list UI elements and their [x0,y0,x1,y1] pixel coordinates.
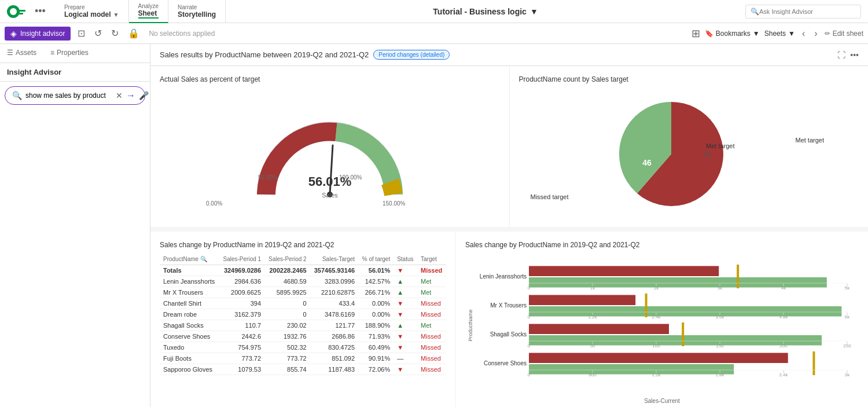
svg-text:2.4k: 2.4k [779,372,788,377]
svg-rect-64 [529,353,788,364]
svg-text:3k: 3k [845,372,850,377]
row-arrow: ▲ [393,287,417,298]
nav-right-icon[interactable]: › [812,27,819,40]
top-search-box[interactable]: 🔍 [745,5,861,19]
svg-rect-32 [645,294,648,317]
totals-pct: 56.01% [358,265,393,276]
top-search-input[interactable] [759,8,852,15]
table-row[interactable]: Tuxedo 754.975 502.32 830.4725 60.49% ▼ … [160,342,446,353]
col-status: Status [393,254,417,265]
row-name: Conserve Shoes [160,331,219,342]
table-row[interactable]: Dream robe 3162.379 0 3478.6169 0.00% ▼ … [160,309,446,320]
row-p2: 230.02 [264,320,310,331]
insight-search-bar[interactable]: 🔍 ✕ → 🎤 [5,86,145,105]
table-row[interactable]: Fuji Boots 773.72 773.72 851.092 90.91% … [160,353,446,364]
toolbar-right: ⊞ 🔖 Bookmarks ▼ Sheets ▼ ‹ › ✏ Edit shee… [692,27,863,40]
tab-assets[interactable]: ☰ Assets [0,44,43,63]
bar-chart-svg: Lenin Jeansshorts01k2k3k4k5kMr X Trouser… [465,256,859,395]
row-status: Missed [417,298,446,309]
svg-text:0: 0 [528,314,531,320]
grid-icon[interactable]: ⊞ [692,27,700,40]
nav-narrate[interactable]: Narrate Storytelling [168,0,226,23]
row-name: Mr X Trousers [160,287,219,298]
row-arrow: ▼ [393,342,417,353]
table-row[interactable]: Mr X Trousers 2009.6625 5895.9925 2210.6… [160,287,446,298]
svg-text:Lenin Jeansshorts: Lenin Jeansshorts [480,273,527,280]
table-title: Sales change by ProductName in 2019-Q2 a… [160,232,446,249]
nav-analyze[interactable]: Analyze Sheet [129,0,169,23]
table-panel: Sales change by ProductName in 2019-Q2 a… [150,232,456,407]
charts-row: Actual Sales as percent of target 0.00% … [150,66,868,227]
svg-rect-31 [529,306,841,317]
row-status: Missed [417,331,446,342]
selection-tool-icon[interactable]: ⊡ [75,27,87,40]
row-pct: 0.00% [358,298,393,309]
app-title[interactable]: Tutorial - Business logic ▼ [433,7,538,16]
row-target: 851.092 [310,353,358,364]
table-row[interactable]: Lenin Jeansshorts 2984.636 4680.59 3283.… [160,276,446,287]
search-mic-icon[interactable]: 🎤 [139,91,149,100]
svg-text:600: 600 [589,372,597,377]
insight-advisor-panel-label: Insight Advisor [0,63,150,82]
svg-text:50: 50 [590,343,595,349]
svg-point-1 [10,8,17,15]
gauge-panel: Actual Sales as percent of target 0.00% … [150,66,510,227]
col-period2: Sales-Period 2 [264,254,310,265]
table-row[interactable]: Conserve Shoes 2442.6 1932.76 2686.86 71… [160,331,446,342]
insight-icon: ◈ [10,29,17,38]
row-p1: 110.7 [219,320,265,331]
row-p1: 3162.379 [219,309,265,320]
table-row[interactable]: Shagall Socks 110.7 230.02 121.77 188.90… [160,320,446,331]
svg-text:6k: 6k [845,314,850,320]
expand-icon[interactable]: ⛶ [837,50,845,60]
bottom-row: Sales change by ProductName in 2019-Q2 a… [150,232,868,407]
totals-target: 357465.93146 [310,265,358,276]
period-badge: Period changes (detailed) [373,50,450,60]
svg-rect-2 [19,10,25,12]
tab-properties[interactable]: ≡ Properties [43,44,95,63]
svg-text:ProductName: ProductName [468,309,473,341]
col-search-icon[interactable]: 🔍 [200,256,207,262]
pencil-icon: ✏ [825,30,830,38]
bookmarks-button[interactable]: 🔖 Bookmarks ▼ [705,30,760,38]
bar-chart-panel: Sales change by ProductName in 2019-Q2 a… [456,232,868,407]
edit-sheet-button[interactable]: ✏ Edit sheet [825,30,863,38]
lock-icon[interactable]: 🔒 [126,27,142,40]
svg-text:1.2k: 1.2k [588,314,597,320]
row-target: 3283.0996 [310,276,358,287]
bar-chart-xlabel: Sales-Current [465,398,859,404]
insight-advisor-button[interactable]: ◈ Insight advisor [5,27,71,41]
sheets-button[interactable]: Sheets ▼ [764,30,795,38]
met-target-label: Met target [795,137,824,144]
row-name: Sapporoo Gloves [160,364,219,375]
row-status: Missed [417,364,446,375]
redo-icon[interactable]: ↻ [109,27,121,40]
row-target: 433.4 [310,298,358,309]
bar-chart-title: Sales change by ProductName in 2019-Q2 a… [465,241,859,249]
totals-name: Totals [160,265,219,276]
row-pct: 142.57% [358,276,393,287]
row-arrow: ▲ [393,320,417,331]
svg-text:1.2k: 1.2k [652,372,661,377]
undo-icon[interactable]: ↺ [92,27,104,40]
nav-more-icon[interactable]: ••• [35,5,46,17]
more-options-icon[interactable]: ••• [850,50,859,60]
svg-text:1k: 1k [590,285,595,291]
search-submit-icon[interactable]: → [126,90,135,101]
row-target: 2210.62875 [310,287,358,298]
nav-right: 🔍 [745,5,861,19]
gauge-title: Actual Sales as percent of target [160,75,500,83]
nav-left-icon[interactable]: ‹ [800,27,807,40]
svg-text:200: 200 [779,343,788,349]
content-area: Sales results by ProductName between 201… [150,44,868,407]
pie-panel: ProductName count by Sales target [510,66,869,227]
svg-text:Conserve Shoes: Conserve Shoes [484,360,527,366]
row-p1: 2984.636 [219,276,265,287]
nav-prepare[interactable]: Prepare Logical model ▼ [55,0,129,23]
search-clear-icon[interactable]: ✕ [116,91,123,100]
svg-text:0: 0 [528,285,531,291]
table-row[interactable]: Sapporoo Gloves 1079.53 855.74 1187.483 … [160,364,446,375]
table-row[interactable]: Chantell Shirt 394 0 433.4 0.00% ▼ Misse… [160,298,446,309]
insight-search-input[interactable] [25,91,112,100]
table-row-totals: Totals 324969.0286 200228.2465 357465.93… [160,265,446,276]
